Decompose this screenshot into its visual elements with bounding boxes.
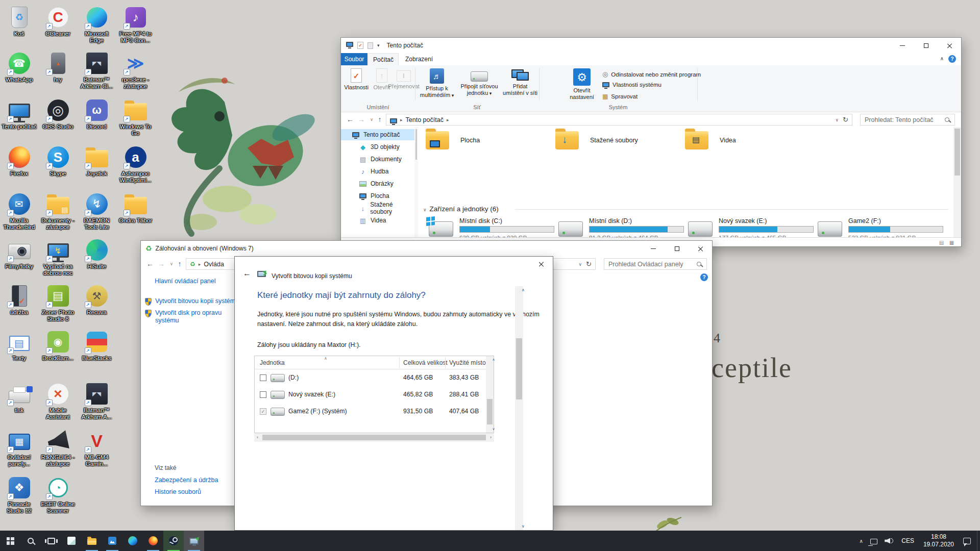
close-button[interactable] (938, 38, 961, 53)
taskbar-button-backup-tool[interactable] (184, 531, 204, 551)
qat-customize-icon[interactable]: ▾ (377, 43, 380, 48)
help-icon[interactable]: ? (948, 55, 956, 63)
clock[interactable]: 18:08 19.07.2020 (923, 533, 954, 548)
back-icon[interactable]: ← (345, 114, 355, 124)
add-network-location-button[interactable]: Přidat umístění v síti (502, 68, 538, 96)
network-icon[interactable] (870, 539, 877, 544)
action-center-icon[interactable] (963, 538, 971, 544)
manage-button[interactable]: ▦ Spravovat (602, 93, 638, 100)
drive-row-game2-f-syst-m[interactable]: ✓Game2 (F:) (Systém)931,50 GB407,64 GB (255, 403, 486, 420)
drive-row-nov-svazek-e[interactable]: Nový svazek (E:)465,82 GB288,41 GB (255, 386, 486, 403)
search-input[interactable]: Prohledat Ovládací panely (604, 258, 707, 270)
sidebar-item-hudba[interactable]: ♪Hudba (341, 166, 414, 177)
column-header-used[interactable]: Využité místo (449, 359, 486, 366)
group-header[interactable]: ∨Zařízení a jednotky (6) (423, 205, 499, 213)
back-icon[interactable]: ← (145, 259, 155, 269)
desktop-icon-rpcs3exe-z-stupce[interactable]: ≫↗rpcs3exe - zástupce (116, 51, 155, 90)
folder-item-sta-en-soubory[interactable]: ↓Stažené soubory (555, 128, 638, 153)
table-header[interactable]: Jednotka ∧ Celková velikost Využité míst… (255, 356, 486, 369)
new-folder-quick-icon[interactable] (368, 42, 373, 49)
maximize-button[interactable] (665, 241, 689, 256)
drive-item-m-stn-disk-d[interactable]: Místní disk (D:)81,2 GB volných z 464 GB (555, 217, 683, 237)
file-history-link[interactable]: Historie souborů (155, 488, 201, 495)
desktop-icon-ondra-t-bor[interactable]: ↗Ondra Tábor (116, 192, 155, 224)
desktop-icon-mobile-assistant[interactable]: ×↗Mobile Assistant (39, 382, 77, 420)
desktop-icon-eset-online-scanner[interactable]: ◔↗ESET Online Scanner (39, 475, 77, 514)
address-bar[interactable]: ▸ Tento počítač ▸ ∨ ↻ (386, 114, 852, 126)
tab-file[interactable]: Soubor (341, 53, 368, 65)
desktop-icon-dr-ba[interactable]: ✓↗údržba (0, 284, 38, 316)
desktop-icon-bluestacks[interactable]: ↗BlueStacks (78, 330, 116, 362)
desktop-icon-discord[interactable]: ω↗Discord (78, 98, 116, 130)
tab-computer[interactable]: Počítač (368, 53, 399, 65)
refresh-icon[interactable]: ↻ (586, 260, 592, 268)
control-panel-home-link[interactable]: Hlavní ovládací panel (155, 278, 216, 285)
desktop-icon-daemon-tools-lite[interactable]: ↯↗DAEMON Tools Lite (78, 192, 116, 231)
details-view-toggle-icon[interactable]: ▤ (938, 239, 945, 245)
breadcrumb-chevron-icon[interactable]: ▸ (447, 117, 449, 122)
sidebar-item-obr-zky[interactable]: Obrázky (341, 178, 414, 189)
desktop-icon-droidcam[interactable]: ◉↗DroidCam... (39, 330, 77, 362)
drive-checkbox[interactable] (260, 391, 266, 398)
desktop-icon-vyp-na-na-dobrou-noc[interactable]: ↯↗Vypínač na dobrou noc (39, 238, 77, 277)
desktop-icon-batman-arkham-a[interactable]: ◤◥↗Batman™ Arkham A... (78, 382, 116, 420)
system-properties-button[interactable]: Vlastnosti systému (602, 82, 662, 88)
taskbar-button-start[interactable] (0, 531, 20, 551)
desktop-icon-tisk[interactable]: ↗tisk (0, 382, 38, 414)
up-icon[interactable]: ↑ (375, 114, 385, 124)
desktop-icon-hisuite[interactable]: ↗HiSuite (78, 238, 116, 270)
sidebar-item-sta-en-soubory[interactable]: ↓Stažené soubory (341, 203, 414, 214)
breadcrumb-chevron-icon[interactable]: ▸ (400, 117, 403, 122)
close-button[interactable] (689, 241, 712, 256)
sidebar-item-tento-po-ta[interactable]: Tento počítač (341, 129, 414, 140)
taskbar-button-steam[interactable] (163, 531, 184, 551)
scroll-up-icon[interactable]: ∧ (490, 358, 498, 362)
table-scrollbar[interactable]: ∧ ∨ (486, 356, 494, 433)
quick-access-toolbar[interactable]: ✓ ▾ (346, 42, 380, 49)
desktop-icon-ccleaner[interactable]: C↗CCleaner (39, 5, 77, 37)
language-indicator[interactable]: CES (901, 537, 914, 544)
refresh-icon[interactable]: ↻ (843, 116, 848, 123)
collapse-group-icon[interactable]: ∨ (423, 207, 427, 212)
desktop-icon-rtkngui64-z-stupce[interactable]: ↗RtkNGUI64 - zástupce (39, 429, 77, 467)
table-horizontal-scrollbar[interactable]: ‹ › (254, 433, 494, 442)
map-network-drive-button[interactable]: Připojit síťovou jednotku (457, 68, 501, 97)
create-repair-disc-link[interactable]: Vytvořit disk pro opravu systému (155, 309, 233, 324)
search-icon[interactable] (697, 262, 701, 266)
desktop-icon-ashampoo-winoptimi[interactable]: a↗Ashampoo WinOptimi... (116, 145, 155, 184)
properties-button[interactable]: ✓ Vlastnosti (344, 68, 369, 91)
desktop-icon-free-mp4-to-mp3-con[interactable]: ♪↗Free MP4 to MP3 Con... (116, 5, 155, 44)
desktop-icon-joystick[interactable]: ↗Joystick (78, 145, 116, 177)
desktop-icon-microsoft-edge[interactable]: ↗Microsoft Edge (78, 5, 116, 44)
scroll-right-icon[interactable]: › (490, 435, 492, 440)
desktop-icon-ko[interactable]: ♻Koš (0, 5, 38, 37)
column-header-total[interactable]: Celková velikost (403, 359, 448, 366)
dialog-scrollbar[interactable]: ∧ ∨ (515, 286, 523, 530)
drive-checkbox[interactable] (260, 374, 266, 381)
sidebar-scrollbar[interactable] (414, 127, 418, 237)
desktop-icon-mozilla-thunderbird[interactable]: ✉↗Mozilla Thunderbird (0, 192, 38, 231)
desktop-icon-filmy-fotky[interactable]: ↗Filmy/fotky (0, 238, 38, 270)
media-access-button[interactable]: ♬ Přístup k multimédiím (418, 68, 456, 99)
sidebar-item-videa[interactable]: ▥Videa (341, 215, 414, 226)
desktop-icon-texty[interactable]: ▤↗Texty (0, 330, 38, 362)
taskbar-button-edge[interactable] (122, 531, 143, 551)
maximize-button[interactable] (914, 38, 938, 53)
main-scrollbar[interactable] (953, 127, 961, 237)
up-icon[interactable]: ↑ (175, 259, 185, 269)
close-button[interactable] (529, 257, 553, 271)
search-input[interactable]: Prohledat: Tento počítač (860, 114, 955, 126)
desktop-icon-firefox[interactable]: ↗Firefox (0, 145, 38, 177)
properties-quick-icon[interactable]: ✓ (357, 42, 363, 49)
sidebar-item-dokumenty[interactable]: ▤Dokumenty (341, 154, 414, 165)
taskbar-button-firefox[interactable] (143, 531, 163, 551)
desktop-icon-hry[interactable]: ▴↗hry (39, 51, 77, 83)
uninstall-program-button[interactable]: ◎ Odinstalovat nebo změnit program (602, 70, 701, 78)
volume-icon[interactable] (885, 538, 890, 544)
desktop-icon-batman-arkham-ci[interactable]: ◤◥↗Batman™ Arkham Ci... (78, 51, 116, 90)
taskbar-button-notes[interactable] (61, 531, 82, 551)
minimize-button[interactable] (891, 38, 914, 53)
taskbar-button-task-view[interactable] (41, 531, 61, 551)
drive-row-d[interactable]: (D:)464,65 GB383,43 GB (255, 369, 486, 386)
taskbar-button-search[interactable] (20, 531, 41, 551)
